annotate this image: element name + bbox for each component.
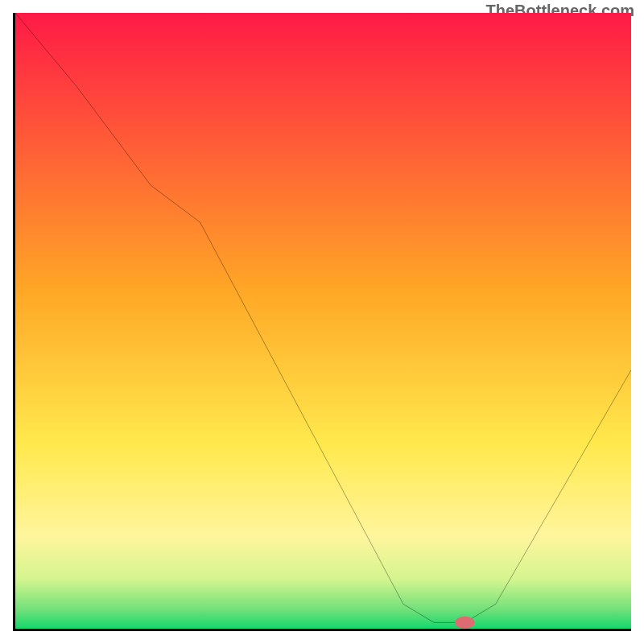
chart-frame: TheBottleneck.com [0, 0, 644, 644]
svg-point-1 [455, 617, 474, 629]
plot-area [13, 13, 631, 631]
current-point-marker [15, 13, 631, 629]
